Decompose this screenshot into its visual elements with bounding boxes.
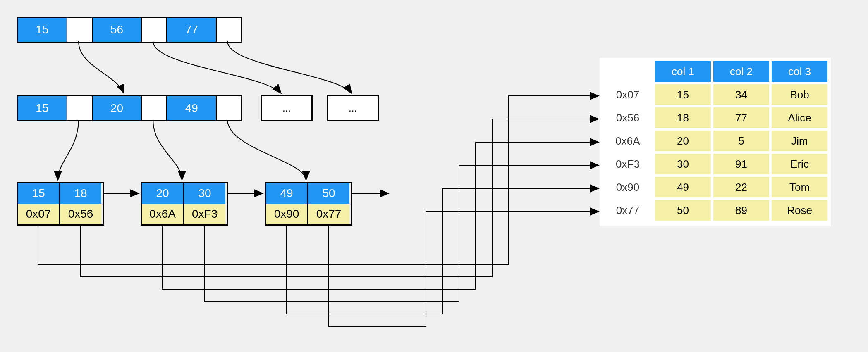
row2-col2: 5 xyxy=(713,131,769,151)
btree-leaf-node-1: 20 30 0x6A 0xF3 xyxy=(141,182,228,226)
internal-pointer-2 xyxy=(217,96,241,120)
row1-col3: Alice xyxy=(772,107,827,128)
leaf0-ptr-1: 0x56 xyxy=(60,204,101,224)
row1-col2: 77 xyxy=(713,107,769,128)
leaf1-ptr-0: 0x6A xyxy=(142,204,184,224)
internal-pointer-0 xyxy=(67,96,93,120)
row1-col1: 18 xyxy=(655,107,711,128)
row5-col2: 89 xyxy=(713,200,769,221)
internal-pointer-1 xyxy=(142,96,167,120)
root-key-0: 15 xyxy=(18,18,67,42)
leaf1-key-1: 30 xyxy=(184,183,225,204)
leaf0-ptr-0: 0x07 xyxy=(18,204,60,224)
root-pointer-2 xyxy=(217,18,241,42)
row3-col3: Eric xyxy=(772,154,827,174)
table-row: 0xF3 30 91 Eric xyxy=(603,154,827,174)
row2-col3: Jim xyxy=(772,131,827,151)
data-table: col 1 col 2 col 3 0x07 15 34 Bob 0x56 18… xyxy=(600,58,831,226)
leaf2-ptr-1: 0x77 xyxy=(308,204,349,224)
leaf0-key-0: 15 xyxy=(18,183,60,204)
row-addr-3: 0xF3 xyxy=(603,154,653,174)
row0-col2: 34 xyxy=(713,84,769,105)
leaf0-key-1: 18 xyxy=(60,183,101,204)
row3-col1: 30 xyxy=(655,154,711,174)
row-addr-1: 0x56 xyxy=(603,107,653,128)
root-key-2: 77 xyxy=(167,18,217,42)
row5-col3: Rose xyxy=(772,200,827,221)
btree-root-node: 15 56 77 xyxy=(17,17,242,43)
row4-col3: Tom xyxy=(772,177,827,197)
leaf2-key-1: 50 xyxy=(308,183,349,204)
row-addr-4: 0x90 xyxy=(603,177,653,197)
leaf1-ptr-1: 0xF3 xyxy=(184,204,225,224)
row-addr-0: 0x07 xyxy=(603,84,653,105)
table-header-col1: col 1 xyxy=(655,61,711,82)
row2-col1: 20 xyxy=(655,131,711,151)
table-row: 0x07 15 34 Bob xyxy=(603,84,827,105)
btree-internal-node: 15 20 49 xyxy=(17,95,242,121)
table-row: 0x6A 20 5 Jim xyxy=(603,131,827,151)
table-row: 0x77 50 89 Rose xyxy=(603,200,827,221)
sibling-placeholder-0: ... xyxy=(261,95,313,121)
btree-leaf-node-2: 49 50 0x90 0x77 xyxy=(265,182,352,226)
table-header-blank xyxy=(603,61,653,82)
btree-leaf-node-0: 15 18 0x07 0x56 xyxy=(17,182,104,226)
table-row: 0x56 18 77 Alice xyxy=(603,107,827,128)
table-header-col2: col 2 xyxy=(713,61,769,82)
row4-col1: 49 xyxy=(655,177,711,197)
row-addr-5: 0x77 xyxy=(603,200,653,221)
row3-col2: 91 xyxy=(713,154,769,174)
row5-col1: 50 xyxy=(655,200,711,221)
leaf1-key-0: 20 xyxy=(142,183,184,204)
leaf2-ptr-0: 0x90 xyxy=(266,204,308,224)
root-key-1: 56 xyxy=(93,18,142,42)
internal-key-2: 49 xyxy=(167,96,217,120)
leaf2-key-0: 49 xyxy=(266,183,308,204)
row4-col2: 22 xyxy=(713,177,769,197)
row0-col1: 15 xyxy=(655,84,711,105)
root-pointer-1 xyxy=(142,18,167,42)
internal-key-1: 20 xyxy=(93,96,142,120)
row-addr-2: 0x6A xyxy=(603,131,653,151)
sibling-placeholder-1: ... xyxy=(327,95,379,121)
root-pointer-0 xyxy=(67,18,93,42)
table-row: 0x90 49 22 Tom xyxy=(603,177,827,197)
table-header-col3: col 3 xyxy=(772,61,827,82)
internal-key-0: 15 xyxy=(18,96,67,120)
row0-col3: Bob xyxy=(772,84,827,105)
